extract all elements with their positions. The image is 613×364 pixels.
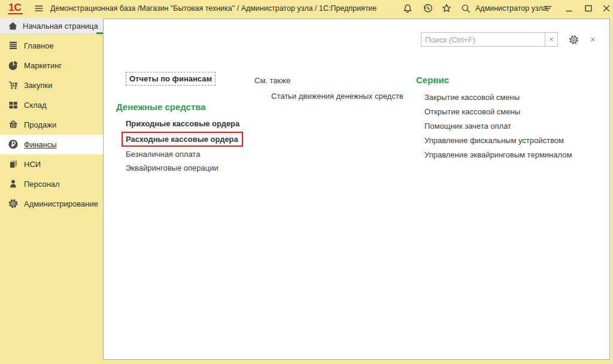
sidebar-item-label: Персонал (24, 180, 60, 189)
person-icon (8, 178, 19, 189)
link-cash-flow-items[interactable]: Статьи движения денежных средств (271, 92, 404, 100)
link-fiscal-device-management[interactable]: Управление фискальным устройством (424, 136, 596, 144)
search-box: × (421, 32, 558, 47)
minimize-button[interactable] (564, 3, 575, 14)
search-row: × × (421, 32, 599, 47)
sidebar-item-administration[interactable]: Администрирование (0, 194, 103, 214)
sidebar-item-purchases[interactable]: Закупки (0, 75, 103, 95)
sidebar-item-sales[interactable]: Продажи (0, 115, 103, 135)
global-search-icon[interactable] (460, 3, 471, 14)
basket-icon (8, 119, 19, 130)
link-open-cash-shift[interactable]: Открытие кассовой смены (424, 108, 596, 116)
list-icon (8, 40, 19, 51)
link-acquiring-terminal-management[interactable]: Управление эквайринговым терминалом (424, 151, 596, 159)
group-heading-cash: Денежные средства (116, 102, 260, 112)
column-service: Сервис Закрытие кассовой смены Открытие … (416, 75, 596, 165)
panel-settings-gear-icon[interactable] (568, 34, 579, 46)
link-cashless-payment[interactable]: Безналичная оплата (126, 150, 260, 158)
grid-icon (8, 99, 19, 110)
sidebar-item-warehouse[interactable]: Склад (0, 95, 103, 115)
sidebar-item-marketing[interactable]: Маркетинг (0, 56, 103, 75)
column-see-also: См. также Статьи движения денежных средс… (254, 76, 404, 106)
favorites-star-icon[interactable] (441, 3, 452, 14)
ruble-coin-icon (8, 139, 19, 150)
window-title: Демонстрационная база /Магазин "Бытовая … (50, 4, 377, 13)
gear-icon (8, 198, 19, 209)
pie-chart-icon (8, 60, 19, 71)
home-page-tab[interactable]: Начальная страница (0, 18, 103, 34)
search-clear-icon[interactable]: × (545, 33, 557, 46)
history-icon[interactable] (423, 3, 433, 14)
close-button[interactable] (601, 3, 612, 14)
sidebar-item-label: Маркетинг (24, 61, 62, 70)
notifications-bell-icon[interactable] (402, 3, 413, 14)
cart-icon (8, 80, 19, 90)
group-heading-service: Сервис (416, 75, 596, 85)
sidebar-item-label: Главное (24, 41, 54, 50)
sidebar-item-label: Финансы (24, 140, 57, 149)
sidebar-item-personnel[interactable]: Персонал (0, 174, 103, 194)
home-icon (8, 21, 18, 34)
sidebar-item-label: Склад (24, 101, 47, 110)
stack-icon (8, 159, 19, 169)
home-tab-label: Начальная страница (23, 22, 98, 31)
titlebar: 1С Демонстрационная база /Магазин "Бытов… (0, 0, 613, 17)
column-cash: Отчеты по финансам Денежные средства При… (116, 72, 260, 178)
sidebar-item-main[interactable]: Главное (0, 36, 103, 56)
link-cash-out-orders-highlighted[interactable]: Расходные кассовые ордера (122, 132, 243, 147)
search-input[interactable] (421, 33, 545, 46)
app-window: { "titlebar": { "logo_text": "1С", "titl… (0, 0, 613, 364)
sidebar-item-label: Администрирование (24, 199, 98, 208)
active-section-indicator (96, 32, 103, 34)
link-cash-in-orders[interactable]: Приходные кассовые ордера (126, 120, 260, 128)
main-menu-icon[interactable] (34, 3, 44, 14)
sidebar-item-finance[interactable]: Финансы (0, 135, 103, 154)
titlebar-settings-icon[interactable] (542, 3, 553, 14)
sidebar-item-nsi[interactable]: НСИ (0, 154, 103, 174)
section-panel: Главное Маркетинг Закупки Склад Продажи … (0, 36, 103, 214)
sidebar-item-label: Закупки (24, 81, 52, 90)
link-payment-offset-assistant[interactable]: Помощник зачета оплат (424, 122, 596, 130)
sidebar-item-label: НСИ (24, 160, 41, 169)
1c-logo: 1С (6, 2, 24, 15)
section-functions-panel: × × Отчеты по финансам Денежные средства… (103, 19, 610, 360)
panel-close-icon[interactable]: × (590, 35, 599, 44)
link-finance-reports[interactable]: Отчеты по финансам (126, 72, 216, 86)
link-acquiring-operations[interactable]: Эквайринговые операции (126, 164, 260, 172)
sidebar-item-label: Продажи (24, 120, 56, 129)
see-also-heading: См. также (254, 76, 404, 85)
current-user-label[interactable]: Администратор узла (475, 4, 547, 13)
maximize-button[interactable] (583, 3, 594, 14)
link-close-cash-shift[interactable]: Закрытие кассовой смены (424, 93, 596, 101)
